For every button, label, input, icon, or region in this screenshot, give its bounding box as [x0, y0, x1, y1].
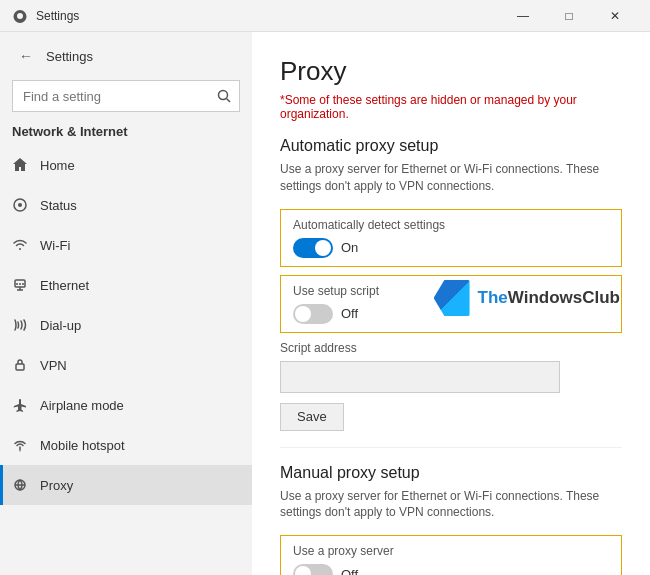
- sidebar-item-ethernet[interactable]: Ethernet: [0, 265, 252, 305]
- sidebar-item-proxy[interactable]: Proxy: [0, 465, 252, 505]
- sidebar-item-label-proxy: Proxy: [40, 478, 73, 493]
- sidebar-item-dialup[interactable]: Dial-up: [0, 305, 252, 345]
- manual-section-desc: Use a proxy server for Ethernet or Wi-Fi…: [280, 488, 622, 522]
- title-bar-left: Settings: [12, 8, 500, 24]
- use-proxy-label: Use a proxy server: [293, 544, 609, 558]
- org-warning: *Some of these settings are hidden or ma…: [280, 93, 622, 121]
- auto-detect-state: On: [341, 240, 358, 255]
- use-proxy-toggle[interactable]: [293, 564, 333, 575]
- sidebar: ← Settings Network & Internet Home: [0, 32, 252, 575]
- setup-script-box: Use setup script Off: [280, 275, 622, 333]
- setup-script-label: Use setup script: [293, 284, 609, 298]
- sidebar-item-hotspot[interactable]: Mobile hotspot: [0, 425, 252, 465]
- title-bar: Settings — □ ✕: [0, 0, 650, 32]
- auto-detect-toggle-knob: [315, 240, 331, 256]
- script-address-label: Script address: [280, 341, 622, 355]
- svg-point-4: [19, 248, 21, 250]
- auto-detect-toggle-row: On: [293, 238, 609, 258]
- manual-section-title: Manual proxy setup: [280, 464, 622, 482]
- proxy-icon: [12, 477, 28, 493]
- sidebar-item-label-vpn: VPN: [40, 358, 67, 373]
- setup-script-state: Off: [341, 306, 358, 321]
- dialup-icon: [12, 317, 28, 333]
- sidebar-item-status[interactable]: Status: [0, 185, 252, 225]
- sidebar-app-title: Settings: [46, 49, 93, 64]
- sidebar-nav-top: ← Settings: [0, 36, 252, 76]
- sidebar-item-airplane[interactable]: Airplane mode: [0, 385, 252, 425]
- svg-point-12: [20, 451, 21, 452]
- home-icon: [12, 157, 28, 173]
- setup-script-toggle[interactable]: [293, 304, 333, 324]
- sidebar-item-label-airplane: Airplane mode: [40, 398, 124, 413]
- search-box: [12, 80, 240, 112]
- airplane-icon: [12, 397, 28, 413]
- sidebar-item-label-status: Status: [40, 198, 77, 213]
- use-proxy-toggle-knob: [295, 566, 311, 575]
- vpn-icon: [12, 357, 28, 373]
- auto-section-desc: Use a proxy server for Ethernet or Wi-Fi…: [280, 161, 622, 195]
- sidebar-item-label-hotspot: Mobile hotspot: [40, 438, 125, 453]
- maximize-button[interactable]: □: [546, 0, 592, 32]
- settings-icon: [12, 8, 28, 24]
- section-divider: [280, 447, 622, 448]
- setup-script-toggle-knob: [295, 306, 311, 322]
- ethernet-icon: [12, 277, 28, 293]
- sidebar-item-wifi[interactable]: Wi-Fi: [0, 225, 252, 265]
- use-proxy-toggle-row: Off: [293, 564, 609, 575]
- svg-line-1: [227, 99, 231, 103]
- title-bar-title: Settings: [36, 9, 79, 23]
- use-proxy-box: Use a proxy server Off: [280, 535, 622, 575]
- sidebar-item-vpn[interactable]: VPN: [0, 345, 252, 385]
- hotspot-icon: [12, 437, 28, 453]
- search-button[interactable]: [208, 80, 240, 112]
- sidebar-item-home[interactable]: Home: [0, 145, 252, 185]
- auto-detect-toggle[interactable]: [293, 238, 333, 258]
- sidebar-item-label-ethernet: Ethernet: [40, 278, 89, 293]
- svg-point-3: [18, 203, 22, 207]
- content-area: Proxy *Some of these settings are hidden…: [252, 32, 650, 575]
- status-icon: [12, 197, 28, 213]
- search-icon: [217, 89, 231, 103]
- close-button[interactable]: ✕: [592, 0, 638, 32]
- search-input[interactable]: [12, 80, 240, 112]
- wifi-icon: [12, 237, 28, 253]
- app-body: ← Settings Network & Internet Home: [0, 32, 650, 575]
- svg-rect-11: [16, 364, 24, 370]
- setup-script-toggle-row: Off: [293, 304, 609, 324]
- auto-detect-box: Automatically detect settings On: [280, 209, 622, 267]
- save-button[interactable]: Save: [280, 403, 344, 431]
- sidebar-item-label-dialup: Dial-up: [40, 318, 81, 333]
- title-bar-controls: — □ ✕: [500, 0, 638, 32]
- use-proxy-state: Off: [341, 567, 358, 575]
- sidebar-item-label-home: Home: [40, 158, 75, 173]
- sidebar-item-label-wifi: Wi-Fi: [40, 238, 70, 253]
- minimize-button[interactable]: —: [500, 0, 546, 32]
- sidebar-section-label: Network & Internet: [0, 120, 252, 145]
- auto-section-title: Automatic proxy setup: [280, 137, 622, 155]
- auto-detect-label: Automatically detect settings: [293, 218, 609, 232]
- page-title: Proxy: [280, 56, 622, 87]
- svg-point-0: [219, 91, 228, 100]
- back-button[interactable]: ←: [12, 42, 40, 70]
- script-address-input[interactable]: [280, 361, 560, 393]
